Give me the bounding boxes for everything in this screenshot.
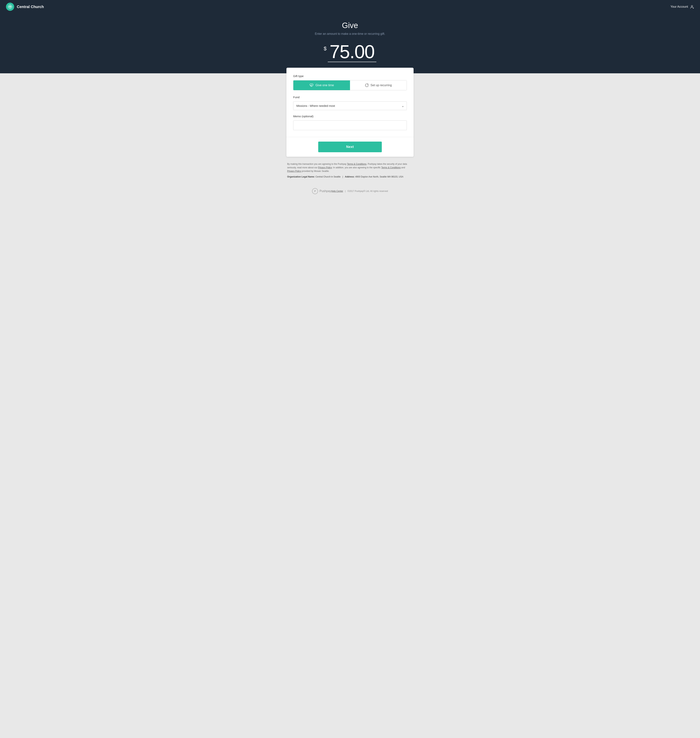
- recurring-label: Set up recurring: [371, 84, 392, 87]
- address-label: Address:: [345, 175, 355, 178]
- org-legal-name-label: Organization Legal Name:: [287, 175, 315, 178]
- main-content: Gift type Give one time: [0, 73, 700, 209]
- svg-point-3: [691, 6, 693, 7]
- account-label: Your Account: [671, 5, 688, 9]
- fund-select[interactable]: Missions - Where needed most General Fun…: [293, 102, 407, 110]
- pushpay-name: Pushpay: [319, 190, 331, 193]
- privacy-policy-link-1[interactable]: Privacy Policy: [318, 166, 332, 169]
- hero-subtitle: Enter an amount to make a one-time or re…: [4, 32, 696, 35]
- fund-section: Fund Missions - Where needed most Genera…: [293, 96, 407, 110]
- header: Central Church Your Account: [0, 0, 700, 13]
- card-body: Gift type Give one time: [287, 68, 413, 137]
- footer-links: Help Center | ©2017 Pushpay® Ltd, All ri…: [331, 190, 388, 193]
- give-one-time-button[interactable]: Give one time: [293, 80, 350, 90]
- church-name: Central Church: [17, 5, 44, 9]
- pushpay-icon: P: [312, 188, 318, 194]
- gift-type-label: Gift type: [293, 74, 407, 78]
- fund-select-wrapper: Missions - Where needed most General Fun…: [293, 102, 407, 110]
- help-center-link[interactable]: Help Center: [331, 190, 343, 193]
- privacy-policy-link-2[interactable]: Privacy Policy: [287, 170, 301, 172]
- gift-type-section: Gift type Give one time: [293, 74, 407, 90]
- org-address: 4900 Dayton Ave North, Seattle WA 98103,…: [355, 175, 403, 178]
- church-logo: [6, 3, 14, 11]
- set-up-recurring-button[interactable]: Set up recurring: [350, 80, 407, 90]
- hero-section: Give Enter an amount to make a one-time …: [0, 13, 700, 73]
- svg-rect-6: [693, 8, 693, 9]
- org-info: Organization Legal Name: Central Church …: [287, 175, 413, 178]
- give-one-time-label: Give one time: [315, 84, 334, 87]
- footer-separator: |: [345, 190, 346, 193]
- gift-type-toggle: Give one time Set up recurring: [293, 80, 407, 90]
- memo-input[interactable]: [293, 121, 407, 130]
- card-footer: Next: [287, 137, 413, 157]
- memo-label: Memo (optional): [293, 115, 407, 118]
- terms-conditions-link-2[interactable]: Terms & Conditions: [381, 166, 401, 169]
- next-button[interactable]: Next: [318, 141, 382, 152]
- terms-conditions-link-1[interactable]: Terms & Conditions: [347, 163, 366, 165]
- org-legal-name: Central Church in Seattle: [315, 175, 340, 178]
- footer-legal: By making this transaction you are agree…: [287, 162, 413, 180]
- amount-value[interactable]: 75.00: [328, 42, 376, 62]
- dollar-sign: $: [324, 46, 326, 52]
- hero-title: Give: [4, 21, 696, 30]
- fund-label: Fund: [293, 96, 407, 99]
- legal-text: By making this transaction you are agree…: [287, 162, 413, 173]
- pushpay-logo: P Pushpay: [312, 188, 331, 194]
- give-card: Gift type Give one time: [287, 68, 413, 157]
- copyright-text: ©2017 Pushpay® Ltd, All rights reserved: [347, 190, 388, 193]
- amount-display: $ 75.00: [4, 42, 696, 62]
- user-icon: [690, 5, 694, 9]
- account-button[interactable]: Your Account: [671, 5, 694, 9]
- header-left: Central Church: [6, 3, 44, 11]
- footer-brand: P Pushpay Help Center | ©2017 Pushpay® L…: [311, 188, 389, 202]
- memo-section: Memo (optional): [293, 115, 407, 130]
